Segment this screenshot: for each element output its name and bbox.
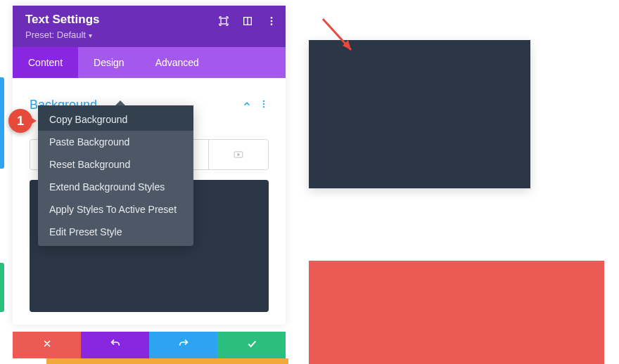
redo-icon	[178, 338, 189, 352]
undo-button[interactable]	[81, 332, 149, 358]
close-icon	[42, 339, 52, 351]
tab-advanced[interactable]: Advanced	[140, 47, 215, 78]
menu-edit-preset-style[interactable]: Edit Preset Style	[38, 221, 193, 246]
panel-header: Text Settings Preset: Default ▾	[13, 6, 286, 47]
step-badge-1: 1	[8, 109, 32, 133]
settings-tabs: Content Design Advanced	[13, 47, 286, 78]
snap-column-icon[interactable]	[242, 15, 253, 27]
svg-rect-0	[221, 18, 226, 24]
panel-footer	[13, 332, 286, 358]
svg-point-4	[271, 20, 273, 22]
preset-dropdown[interactable]: Preset: Default ▾	[25, 30, 273, 40]
preview-module-red[interactable]	[309, 261, 604, 364]
annotation-arrow-icon	[319, 15, 361, 57]
menu-paste-background[interactable]: Paste Background	[38, 131, 193, 153]
tab-design[interactable]: Design	[78, 47, 140, 78]
undo-icon	[110, 338, 121, 352]
redo-button[interactable]	[149, 332, 217, 358]
background-context-menu: Copy Background Paste Background Reset B…	[38, 105, 193, 246]
menu-reset-background[interactable]: Reset Background	[38, 153, 193, 176]
menu-apply-styles-preset[interactable]: Apply Styles To Active Preset	[38, 198, 193, 221]
bg-tab-video[interactable]	[209, 140, 268, 169]
save-button[interactable]	[217, 332, 286, 358]
header-icons	[218, 15, 277, 27]
svg-point-8	[263, 105, 264, 107]
step-badge-arrow	[30, 117, 37, 125]
menu-copy-background[interactable]: Copy Background	[38, 105, 193, 131]
chevron-up-icon[interactable]	[242, 99, 252, 112]
tab-content[interactable]: Content	[13, 47, 78, 78]
svg-point-6	[263, 100, 264, 101]
svg-point-7	[263, 103, 264, 104]
check-icon	[246, 338, 257, 352]
expand-icon[interactable]	[218, 15, 229, 27]
chevron-down-icon: ▾	[89, 32, 92, 39]
svg-point-5	[271, 23, 273, 25]
preset-label: Preset: Default	[25, 30, 86, 40]
preview-module-dark[interactable]	[309, 40, 530, 188]
menu-extend-background-styles[interactable]: Extend Background Styles	[38, 176, 193, 198]
section-kebab-icon[interactable]	[259, 99, 269, 112]
left-edge-blue-marker	[0, 77, 4, 169]
orange-module-strip	[46, 358, 288, 364]
left-edge-green-marker	[0, 263, 4, 312]
cancel-button[interactable]	[13, 332, 81, 358]
svg-marker-10	[238, 153, 240, 156]
page-preview-area	[292, 0, 619, 364]
svg-point-3	[271, 17, 273, 19]
kebab-menu-icon[interactable]	[266, 15, 277, 27]
